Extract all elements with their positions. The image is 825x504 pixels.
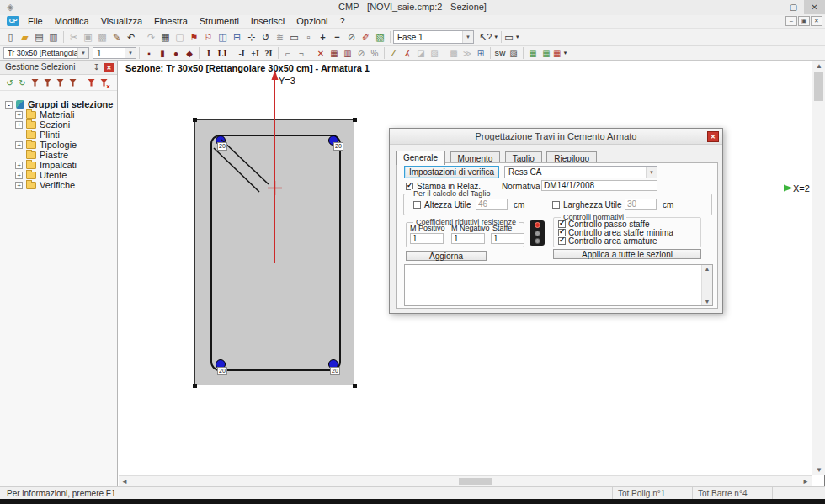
panel-close-icon[interactable]: ✕ (104, 63, 114, 72)
canvas-horizontal-scrollbar[interactable]: ◄ ► (119, 475, 812, 486)
chevron-down-icon[interactable]: ▼ (125, 48, 136, 58)
scrollbar-thumb[interactable] (814, 72, 823, 101)
scroll-up-icon[interactable]: ▲ (816, 62, 822, 70)
save-icon[interactable]: ▤ (32, 30, 46, 44)
undo-icon[interactable]: ↶ (124, 30, 138, 44)
corner-fillet-icon[interactable]: ¬ (295, 47, 308, 59)
angle-measure-icon[interactable]: ∠ (387, 47, 401, 59)
tree-item-piastre[interactable]: Piastre (0, 150, 117, 160)
chevron-down-icon[interactable]: ▼ (77, 48, 88, 58)
region-select-icon[interactable]: ◪ (414, 47, 428, 59)
menu-inserisci[interactable]: Inserisci (245, 15, 290, 28)
bar-query-icon[interactable]: ?I (262, 47, 275, 59)
context-help-icon[interactable]: ↖?▼ (479, 30, 498, 44)
m-negativo-field[interactable] (451, 233, 485, 244)
mdi-minimize-icon[interactable]: – (785, 16, 797, 26)
dynamic-zoom-icon[interactable]: ≋ (273, 30, 287, 44)
scroll-down-icon[interactable]: ▼ (702, 299, 712, 305)
tree-item-tipologie[interactable]: + Tipologie (0, 140, 117, 150)
impostazioni-verifica-button[interactable]: Impostazioni di verifica (404, 166, 499, 178)
chevron-down-icon[interactable]: ▼ (462, 31, 473, 43)
bars-circle-icon[interactable]: ⊘ (354, 47, 368, 59)
controllo-area-armature-checkbox[interactable] (558, 237, 566, 245)
new-document-icon[interactable]: ▯ (3, 30, 18, 44)
paste-icon[interactable]: ▩ (95, 30, 109, 44)
draw-square-filled-icon[interactable]: ▪ (142, 47, 156, 59)
format-painter-icon[interactable]: ✎ (109, 30, 124, 44)
section-combobox[interactable]: Tr 30x50 [Rettangolare 30x5( ▼ (3, 47, 89, 59)
menu-finestra[interactable]: Finestra (148, 15, 194, 28)
fase-combobox[interactable]: Fase 1 ▼ (393, 30, 474, 44)
expand-icon[interactable]: + (15, 172, 23, 179)
zoom-extents-icon[interactable]: ⊘ (344, 30, 359, 44)
expand-icon[interactable]: + (15, 121, 23, 129)
cut-icon[interactable]: ✂ (67, 30, 81, 44)
tree-item-utente[interactable]: + Utente (0, 170, 117, 180)
copy-icon[interactable]: ▣ (81, 30, 95, 44)
zoom-previous-icon[interactable]: ▫ (301, 30, 316, 44)
mdi-restore-icon[interactable]: ▣ (798, 16, 810, 26)
m-positivo-field[interactable] (410, 233, 444, 244)
stirrup-edit-icon[interactable]: ▦ (327, 47, 341, 59)
scrollbar-thumb[interactable] (459, 478, 492, 485)
zoom-window-icon[interactable]: ▭ (287, 30, 301, 44)
redline-icon[interactable]: ✐ (359, 30, 373, 44)
verify-section-green-icon[interactable]: ▦ (526, 47, 540, 59)
applica-tutte-sezioni-button[interactable]: Applica a tutte le sezioni (553, 249, 701, 259)
flow-view-icon[interactable]: ≫ (460, 47, 474, 59)
pan-icon[interactable]: ⊹ (244, 30, 258, 44)
minimize-icon[interactable]: – (762, 0, 783, 14)
draw-rect-filled-icon[interactable]: ▮ (156, 47, 169, 59)
selection-redo-icon[interactable]: ↻ (16, 77, 29, 89)
redo-icon[interactable]: ↷ (144, 30, 158, 44)
verifica-combobox[interactable]: Ress CA ▼ (504, 166, 657, 178)
render-view-icon[interactable]: ▢ (173, 30, 187, 44)
rotate-view-icon[interactable]: ↺ (258, 30, 273, 44)
close-icon[interactable]: ✕ (804, 0, 825, 14)
window-tile-horizontal-icon[interactable]: ⊟ (230, 30, 244, 44)
dialog-title-bar[interactable]: Progettazione Travi in Cemento Armato ✕ (390, 129, 722, 145)
expand-icon[interactable]: + (15, 182, 23, 189)
profile-l-icon[interactable]: LI (216, 47, 229, 59)
mesh-view-icon[interactable]: ▩ (447, 47, 460, 59)
image-export-icon[interactable]: ▧ (373, 30, 387, 44)
armatura-combobox[interactable]: 1 ▼ (93, 47, 136, 59)
bar-remove-icon[interactable]: -I (235, 47, 248, 59)
menu-file[interactable]: File (22, 15, 49, 28)
filter-new-icon[interactable] (29, 77, 41, 89)
sw-tool-icon[interactable]: SW (493, 47, 507, 59)
verify-section-green2-icon[interactable]: ▦ (540, 47, 553, 59)
collapse-icon[interactable]: - (5, 101, 13, 109)
draw-circle-filled-icon[interactable]: ● (169, 47, 183, 59)
mdi-close-icon[interactable]: ✕ (811, 16, 822, 26)
staffe-field[interactable] (491, 233, 524, 244)
tree-item-impalcati[interactable]: + Impalcati (0, 160, 117, 170)
filter-add-icon[interactable] (41, 77, 54, 89)
bar-add-icon[interactable]: +I (248, 47, 262, 59)
larghezza-utile-field[interactable] (625, 199, 657, 210)
menu-strumenti[interactable]: Strumenti (194, 15, 245, 28)
scroll-down-icon[interactable]: ▼ (816, 466, 822, 474)
hatch-tool-icon[interactable]: ▨ (507, 47, 520, 59)
window-tile-vertical-icon[interactable]: ◫ (216, 30, 230, 44)
canvas-vertical-scrollbar[interactable]: ▲ ▼ (812, 61, 825, 475)
expand-icon[interactable]: + (15, 162, 23, 169)
bars-delete-icon[interactable]: ✕ (314, 47, 327, 59)
selection-filter-icon[interactable]: ▭▼ (504, 30, 519, 44)
altezza-utile-checkbox[interactable] (413, 201, 421, 209)
tree-item-materiali[interactable]: + Materiali (0, 109, 117, 119)
aggiorna-button[interactable]: Aggiorna (406, 251, 487, 261)
dialog-close-icon[interactable]: ✕ (707, 131, 719, 142)
tab-generale[interactable]: Generale (396, 151, 445, 165)
larghezza-utile-checkbox[interactable] (552, 201, 560, 209)
scroll-left-icon[interactable]: ◄ (121, 478, 128, 485)
chevron-down-icon[interactable]: ▼ (646, 167, 657, 178)
flag-check-icon[interactable]: ⚑ (187, 30, 201, 44)
normativa-field[interactable] (541, 180, 657, 191)
pin-icon[interactable]: ↧ (93, 62, 100, 72)
angle-point-icon[interactable]: ∡ (401, 47, 414, 59)
menu-visualizza[interactable]: Visualizza (95, 15, 148, 28)
open-folder-icon[interactable]: ▰ (18, 30, 32, 44)
region-hatch-icon[interactable]: ▨ (428, 47, 441, 59)
zoom-in-icon[interactable]: + (316, 30, 330, 44)
